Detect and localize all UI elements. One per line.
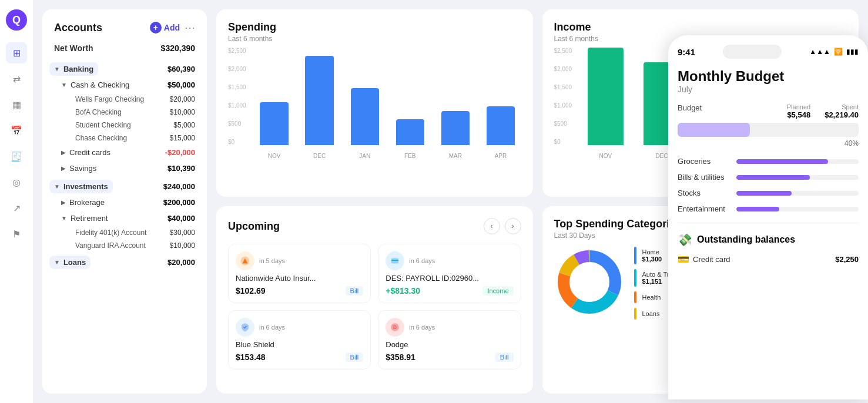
- planned-label: Planned: [787, 103, 810, 110]
- loans-group-row[interactable]: ▼ Loans $20,000: [54, 254, 195, 270]
- dodge-icon: D: [386, 318, 404, 337]
- investments-group-row[interactable]: ▼ Investments $240,000: [54, 179, 195, 194]
- bar-jan: [344, 88, 385, 145]
- brokerage-value: $200,000: [163, 198, 195, 207]
- cash-checking-chevron: ▼: [61, 82, 67, 88]
- investments-value: $240,000: [163, 182, 195, 191]
- svg-point-10: [572, 264, 607, 300]
- sidebar: Q ⊞ ⇄ ▦ 📅 🧾 ◎ ↗ ⚑: [0, 0, 33, 403]
- upcoming-next-button[interactable]: ›: [505, 218, 521, 234]
- spent-value: $2,219.40: [825, 110, 859, 119]
- monthly-budget-month: July: [678, 85, 859, 94]
- outstanding-section: 💸 Outstanding balances 💳 Credit card $2,…: [678, 223, 859, 265]
- nationwide-amount: $102.69: [236, 286, 266, 295]
- phone-notch: [723, 45, 782, 59]
- bar-apr: [480, 106, 521, 145]
- phone-overlay: 9:41 ▲▲▲ 🛜 ▮▮▮ Monthly Budget July Budge…: [668, 35, 868, 399]
- sidebar-item-receipts[interactable]: 🧾: [6, 146, 27, 167]
- upcoming-item-payroll: in 6 days DES: PAYROLL ID:02960... +$813…: [378, 244, 521, 303]
- outstanding-icon: 💸: [678, 233, 692, 247]
- retirement-chevron: ▼: [61, 215, 67, 221]
- spent-label: Spent: [825, 103, 859, 110]
- svg-text:D: D: [393, 325, 397, 330]
- budget-progress-fill: [678, 123, 750, 137]
- bofa-row: BofA Checking $10,000: [61, 106, 195, 119]
- dodge-badge: Bill: [495, 352, 514, 362]
- upcoming-grid: in 5 days Nationwide Auto Insur... $102.…: [228, 244, 521, 370]
- investments-chevron: ▼: [54, 183, 60, 190]
- category-stocks: Stocks: [678, 189, 859, 197]
- savings-chevron: ▶: [61, 165, 66, 172]
- upcoming-item-nationwide: in 5 days Nationwide Auto Insur... $102.…: [228, 244, 371, 303]
- budget-percent: 40%: [678, 139, 859, 147]
- sidebar-item-dashboard[interactable]: ⊞: [6, 42, 27, 63]
- credit-cards-row[interactable]: ▶ Credit cards -$20,000: [61, 145, 195, 160]
- bar-mar: [435, 111, 475, 145]
- savings-row[interactable]: ▶ Savings $10,390: [61, 160, 195, 176]
- nationwide-icon: [236, 251, 254, 270]
- planned-value: $5,548: [787, 110, 810, 119]
- more-options-button[interactable]: ⋯: [185, 21, 195, 34]
- budget-progress-bar: [678, 123, 859, 137]
- sidebar-item-reports[interactable]: ⚑: [6, 223, 27, 244]
- phone-status-bar: 9:41 ▲▲▲ 🛜 ▮▮▮: [678, 45, 859, 59]
- dodge-amount: $358.91: [386, 352, 415, 362]
- banking-group-row[interactable]: ▼ Banking $60,390: [54, 61, 195, 77]
- investments-section: ▼ Investments $240,000 ▶ Brokerage $200,…: [54, 179, 195, 252]
- upcoming-header: Upcoming ‹ ›: [228, 218, 521, 234]
- credit-cards-chevron: ▶: [61, 149, 66, 156]
- cash-checking-group: ▼ Cash & Checking $50,000 Wells Fargo Ch…: [54, 77, 195, 145]
- accounts-header: Accounts + Add ⋯: [54, 21, 195, 34]
- banking-chevron: ▼: [54, 66, 60, 72]
- income-title: Income: [554, 21, 847, 33]
- plus-icon: +: [150, 22, 162, 33]
- budget-header: Budget Planned $5,548 Spent $2,219.40: [678, 103, 859, 119]
- add-account-button[interactable]: + Add: [150, 22, 180, 33]
- spending-card: Spending Last 6 months $0 $500 $1,000 $1…: [216, 9, 533, 197]
- fidelity-row: Fidelity 401(k) Account $30,000: [61, 226, 195, 239]
- sidebar-item-accounts[interactable]: ▦: [6, 94, 27, 115]
- app-logo[interactable]: Q: [6, 9, 27, 31]
- donut-chart: [554, 247, 625, 320]
- battery-icon: ▮▮▮: [846, 48, 859, 56]
- upcoming-nav: ‹ ›: [484, 218, 521, 234]
- phone-status-icons: ▲▲▲ 🛜 ▮▮▮: [809, 48, 859, 56]
- credit-card-icon: 💳: [678, 254, 689, 265]
- net-worth-label: Net Worth: [54, 43, 93, 53]
- accounts-card: Accounts + Add ⋯ Net Worth $320,390 ▼: [42, 9, 207, 394]
- upcoming-item-dodge: D in 6 days Dodge $358.91 Bill: [378, 310, 521, 370]
- upcoming-prev-button[interactable]: ‹: [484, 218, 500, 234]
- spending-title: Spending: [228, 21, 521, 33]
- brokerage-group: ▶ Brokerage $200,000: [54, 194, 195, 210]
- sidebar-item-trends[interactable]: ↗: [6, 197, 27, 219]
- credit-card-row: 💳 Credit card $2,250: [678, 254, 859, 265]
- chase-checking-row: Chase Checking $15,000: [61, 132, 195, 145]
- sidebar-item-calendar[interactable]: 📅: [6, 120, 27, 141]
- bar-nov: [254, 102, 294, 145]
- credit-card-amount: $2,250: [835, 255, 859, 264]
- bar-dec: [299, 56, 340, 145]
- category-groceries: Groceries: [678, 157, 859, 166]
- spending-subtitle: Last 6 months: [228, 35, 521, 43]
- sidebar-item-goals[interactable]: ◎: [6, 172, 27, 193]
- cash-checking-row[interactable]: ▼ Cash & Checking $50,000: [61, 77, 195, 93]
- blueshield-icon: [236, 318, 254, 337]
- blueshield-badge: Bill: [346, 352, 364, 362]
- savings-value: $10,390: [167, 164, 195, 173]
- net-worth-row: Net Worth $320,390: [54, 43, 195, 53]
- retirement-row[interactable]: ▼ Retirement $40,000: [61, 210, 195, 226]
- svg-rect-2: [391, 260, 398, 261]
- retirement-value: $40,000: [167, 214, 195, 223]
- credit-card-label-text: Credit card: [693, 255, 730, 264]
- upcoming-title: Upcoming: [228, 220, 280, 233]
- outstanding-title-text: Outstanding balances: [697, 234, 795, 245]
- brokerage-row[interactable]: ▶ Brokerage $200,000: [61, 194, 195, 210]
- brokerage-chevron: ▶: [61, 199, 66, 206]
- spending-chart: $0 $500 $1,000 $1,500 $2,000 $2,500: [228, 48, 521, 159]
- sidebar-item-transactions[interactable]: ⇄: [6, 68, 27, 89]
- vanguard-row: Vanguard IRA Account $10,000: [61, 239, 195, 252]
- category-bills: Bills & utilities: [678, 173, 859, 182]
- nationwide-name: Nationwide Auto Insur...: [236, 274, 363, 283]
- net-worth-value: $320,390: [161, 43, 195, 53]
- upcoming-card: Upcoming ‹ › in 5 days Nationwide Auto I…: [216, 206, 533, 394]
